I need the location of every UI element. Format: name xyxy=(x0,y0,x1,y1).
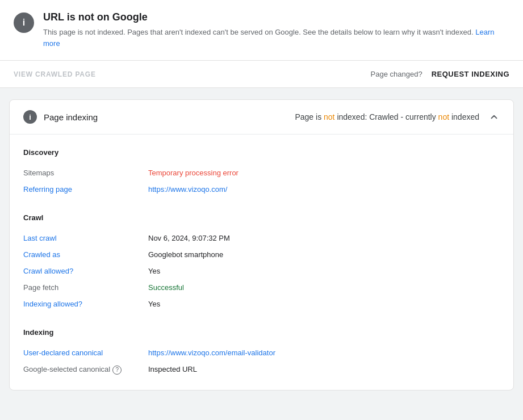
detail-value: Nov 6, 2024, 9:07:32 PM xyxy=(148,234,500,242)
detail-row: Crawl allowed?Yes xyxy=(23,263,500,279)
detail-row: Page fetchSuccessful xyxy=(23,279,500,296)
page-changed-text: Page changed? xyxy=(371,70,422,78)
detail-key[interactable]: Referring page xyxy=(23,185,148,194)
section-label-discovery: Discovery xyxy=(23,148,500,157)
view-crawled-button[interactable]: VIEW CRAWLED PAGE xyxy=(14,68,96,81)
detail-row: Referring pagehttps://www.vizoqo.com/ xyxy=(23,181,500,198)
banner-title: URL is not on Google xyxy=(43,11,509,23)
detail-key: Google-selected canonical? xyxy=(23,365,148,375)
banner-content: URL is not on Google This page is not in… xyxy=(43,11,509,49)
detail-value[interactable]: https://www.vizoqo.com/ xyxy=(148,185,500,194)
request-indexing-button[interactable]: REQUEST INDEXING xyxy=(432,68,509,81)
section-label-indexing: Indexing xyxy=(23,328,500,337)
collapse-chevron-icon[interactable] xyxy=(488,111,500,123)
detail-row: User-declared canonicalhttps://www.vizoq… xyxy=(23,345,500,361)
detail-key: Sitemaps xyxy=(23,169,148,177)
action-bar: VIEW CRAWLED PAGE Page changed? REQUEST … xyxy=(0,61,523,88)
top-banner: i URL is not on Google This page is not … xyxy=(0,0,523,61)
main-card: i Page indexing Page is not indexed: Cra… xyxy=(9,99,514,390)
card-header: i Page indexing Page is not indexed: Cra… xyxy=(10,100,513,135)
detail-key: Page fetch xyxy=(23,283,148,292)
detail-key[interactable]: Crawl allowed? xyxy=(23,267,148,275)
card-header-right: Page is not indexed: Crawled - currently… xyxy=(295,111,500,123)
card-status-text: Page is not indexed: Crawled - currently… xyxy=(295,112,479,121)
detail-key[interactable]: Last crawl xyxy=(23,234,148,242)
banner-info-icon: i xyxy=(14,12,34,33)
detail-value[interactable]: https://www.vizoqo.com/email-validator xyxy=(148,348,500,357)
card-body: DiscoverySitemapsTemporary processing er… xyxy=(10,135,513,390)
detail-row: Crawled asGooglebot smartphone xyxy=(23,246,500,263)
action-right: Page changed? REQUEST INDEXING xyxy=(371,68,509,81)
detail-value: Successful xyxy=(148,283,500,292)
detail-row: Google-selected canonical?Inspected URL xyxy=(23,361,500,379)
detail-key[interactable]: Crawled as xyxy=(23,250,148,259)
card-info-icon: i xyxy=(23,110,37,124)
detail-row: Last crawlNov 6, 2024, 9:07:32 PM xyxy=(23,230,500,246)
detail-row: Indexing allowed?Yes xyxy=(23,296,500,312)
detail-value: Temporary processing error xyxy=(148,169,500,177)
card-header-left: i Page indexing xyxy=(23,110,98,124)
card-section-title: Page indexing xyxy=(44,112,98,122)
detail-key[interactable]: User-declared canonical xyxy=(23,348,148,357)
detail-row: SitemapsTemporary processing error xyxy=(23,165,500,181)
detail-key[interactable]: Indexing allowed? xyxy=(23,300,148,308)
detail-value: Yes xyxy=(148,300,500,308)
detail-value: Inspected URL xyxy=(148,365,500,373)
detail-value: Googlebot smartphone xyxy=(148,250,500,259)
help-icon[interactable]: ? xyxy=(112,366,122,375)
section-label-crawl: Crawl xyxy=(23,213,500,222)
banner-description: This page is not indexed. Pages that are… xyxy=(43,27,509,49)
detail-value: Yes xyxy=(148,267,500,275)
